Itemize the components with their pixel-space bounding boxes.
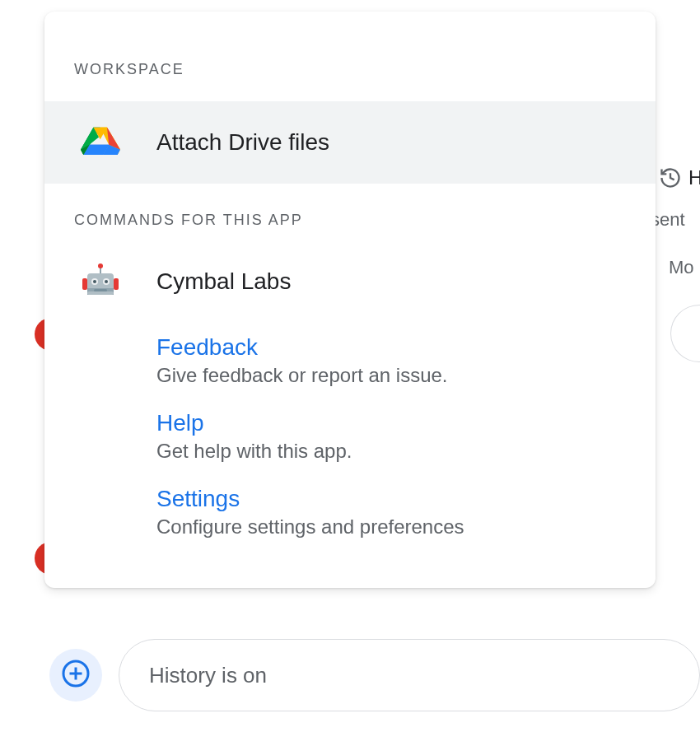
bg-text: Mo xyxy=(669,257,694,278)
slash-command-popup: WORKSPACE Attac xyxy=(44,12,656,588)
bg-text: sent xyxy=(651,209,685,231)
svg-rect-15 xyxy=(82,278,87,290)
google-drive-icon xyxy=(81,124,120,161)
robot-icon xyxy=(81,262,120,301)
app-name-label: Cymbal Labs xyxy=(156,268,291,295)
command-title: Feedback xyxy=(156,334,626,361)
svg-point-19 xyxy=(93,280,96,283)
app-header-row: Cymbal Labs xyxy=(44,252,656,311)
command-title: Settings xyxy=(156,486,626,512)
composer-bar: History is on xyxy=(49,639,700,711)
plus-circle-icon xyxy=(61,659,91,692)
pill-edge xyxy=(670,305,700,362)
command-list: Feedback Give feedback or report an issu… xyxy=(44,334,656,539)
command-desc: Give feedback or report an issue. xyxy=(156,364,626,387)
workspace-section-header: WORKSPACE xyxy=(44,12,656,101)
attach-drive-label: Attach Drive files xyxy=(156,129,329,156)
svg-point-20 xyxy=(105,280,108,283)
add-button[interactable] xyxy=(49,649,102,702)
history-icon xyxy=(659,166,682,193)
command-settings[interactable]: Settings Configure settings and preferen… xyxy=(156,486,626,539)
command-title: Help xyxy=(156,410,626,436)
attach-drive-files-item[interactable]: Attach Drive files xyxy=(44,101,656,184)
command-feedback[interactable]: Feedback Give feedback or report an issu… xyxy=(156,334,626,387)
bg-text: H xyxy=(688,166,700,189)
svg-rect-14 xyxy=(87,291,114,295)
message-input[interactable]: History is on xyxy=(119,639,700,711)
history-status-label: History is on xyxy=(149,663,267,688)
command-desc: Get help with this app. xyxy=(156,440,626,463)
svg-rect-21 xyxy=(94,289,107,291)
command-desc: Configure settings and preferences xyxy=(156,515,626,539)
commands-section-header: COMMANDS FOR THIS APP xyxy=(44,184,656,252)
svg-rect-16 xyxy=(114,278,119,290)
command-help[interactable]: Help Get help with this app. xyxy=(156,410,626,463)
svg-point-23 xyxy=(98,263,103,268)
